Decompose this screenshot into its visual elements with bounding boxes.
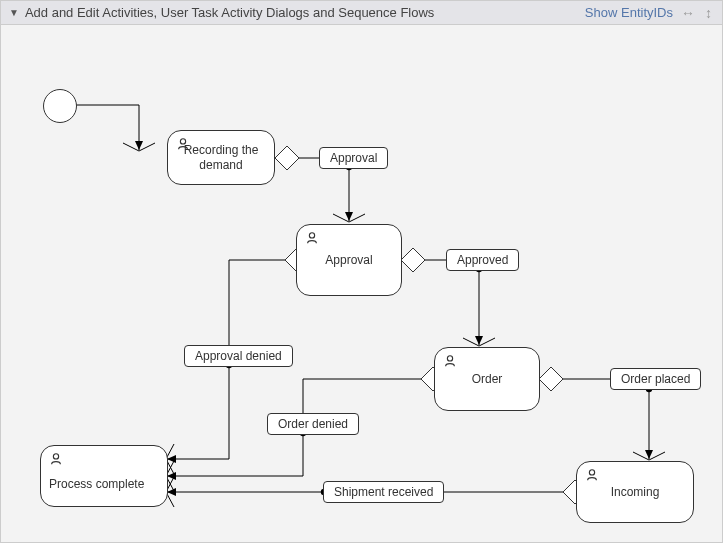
user-icon — [176, 137, 190, 151]
user-icon — [49, 452, 63, 466]
edge-label-order-denied[interactable]: Order denied — [267, 413, 359, 435]
task-incoming[interactable]: Incoming — [576, 461, 694, 523]
task-order[interactable]: Order — [434, 347, 540, 411]
panel-title: Add and Edit Activities, User Task Activ… — [25, 5, 579, 20]
edge-label-shipment-received[interactable]: Shipment received — [323, 481, 444, 503]
task-label: Order — [472, 372, 503, 386]
task-approval[interactable]: Approval — [296, 224, 402, 296]
svg-marker-2 — [275, 146, 299, 170]
task-recording-demand[interactable]: Recording the demand — [167, 130, 275, 185]
edge-label-order-placed[interactable]: Order placed — [610, 368, 701, 390]
show-entity-ids-link[interactable]: Show EntityIDs — [585, 5, 673, 20]
start-event[interactable] — [43, 89, 77, 123]
resize-horizontal-icon[interactable]: ↔ — [679, 5, 697, 21]
task-label: Incoming — [611, 485, 660, 499]
task-process-complete[interactable]: Process complete — [40, 445, 168, 507]
collapse-icon[interactable]: ▼ — [9, 7, 19, 18]
resize-vertical-icon[interactable]: ↕ — [703, 5, 714, 21]
user-icon — [585, 468, 599, 482]
edge-label-approved[interactable]: Approved — [446, 249, 519, 271]
panel-header: ▼ Add and Edit Activities, User Task Act… — [1, 1, 722, 25]
svg-marker-5 — [539, 367, 563, 391]
task-label: Process complete — [49, 477, 144, 491]
edge-label-approval-denied[interactable]: Approval denied — [184, 345, 293, 367]
user-icon — [305, 231, 319, 245]
workflow-panel: ▼ Add and Edit Activities, User Task Act… — [0, 0, 723, 543]
task-label: Approval — [325, 253, 372, 267]
edge-label-approval[interactable]: Approval — [319, 147, 388, 169]
user-icon — [443, 354, 457, 368]
svg-marker-3 — [401, 248, 425, 272]
diagram-canvas[interactable]: Recording the demand Approval Order Inco… — [1, 25, 722, 542]
